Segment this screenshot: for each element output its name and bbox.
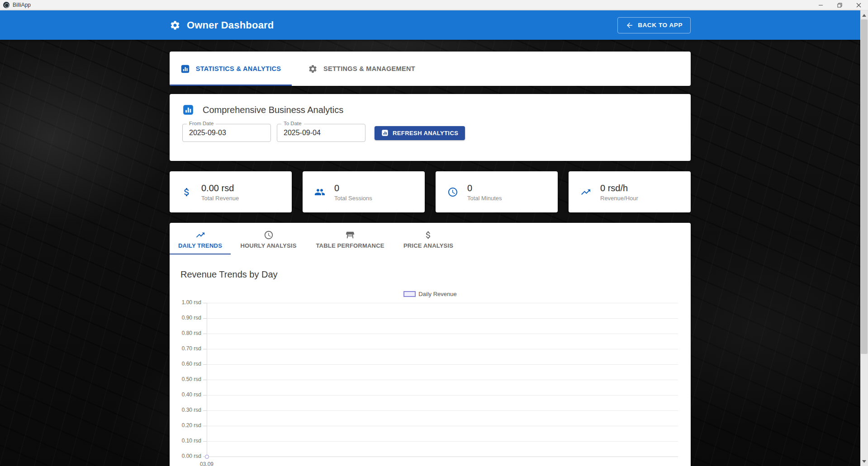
stat-label: Total Sessions bbox=[334, 195, 372, 202]
os-titlebar: BilliApp bbox=[0, 0, 868, 10]
from-date-label: From Date bbox=[187, 121, 216, 126]
data-point bbox=[205, 455, 209, 459]
legend-label: Daily Revenue bbox=[418, 291, 457, 297]
chart-tabs: DAILY TRENDS HOURLY ANALYSIS TABLE PERFO… bbox=[170, 223, 691, 254]
dollar-icon bbox=[423, 230, 433, 240]
y-tick bbox=[203, 334, 207, 334]
to-date-input[interactable] bbox=[277, 124, 365, 142]
tab-hourly-analysis[interactable]: HOURLY ANALYSIS bbox=[231, 223, 306, 254]
y-axis-label: 0.40 rsd bbox=[170, 391, 201, 398]
y-axis-label: 0.90 rsd bbox=[170, 315, 201, 321]
to-date-field: To Date bbox=[277, 124, 365, 142]
trending-up-icon bbox=[195, 230, 205, 240]
y-tick bbox=[203, 457, 207, 457]
stat-value: 0 bbox=[467, 183, 502, 194]
y-axis-label: 0.00 rsd bbox=[170, 453, 201, 459]
minimize-button[interactable] bbox=[811, 0, 830, 10]
analytics-card: Comprehensive Business Analytics From Da… bbox=[170, 94, 691, 161]
y-tick bbox=[203, 364, 207, 365]
tab-settings-management[interactable]: SETTINGS & MANAGEMENT bbox=[292, 52, 432, 86]
gridline bbox=[207, 303, 678, 303]
people-icon bbox=[314, 187, 325, 198]
y-tick bbox=[203, 318, 207, 319]
stats-row: 0.00 rsd Total Revenue 0 Total Sessions … bbox=[170, 171, 691, 212]
gridline bbox=[207, 364, 678, 365]
clock-icon bbox=[264, 230, 274, 240]
active-tab-indicator bbox=[170, 254, 231, 254]
y-tick bbox=[203, 410, 207, 411]
stat-label: Total Revenue bbox=[201, 195, 239, 202]
analytics-icon bbox=[182, 104, 194, 116]
tab-table-performance[interactable]: TABLE PERFORMANCE bbox=[306, 223, 394, 254]
trending-up-icon bbox=[580, 187, 591, 198]
x-axis-label: 03.09 bbox=[193, 461, 220, 466]
gridline bbox=[207, 426, 678, 426]
tab-label: SETTINGS & MANAGEMENT bbox=[323, 65, 415, 72]
y-axis-line bbox=[207, 303, 207, 459]
gear-icon bbox=[308, 64, 318, 74]
stat-card-total-minutes: 0 Total Minutes bbox=[436, 171, 558, 212]
stat-value: 0 bbox=[334, 183, 372, 194]
chart-title: Revenue Trends by Day bbox=[180, 269, 691, 280]
gridline bbox=[207, 410, 678, 411]
app-window: BilliApp Owner Dashboard BACK TO APP bbox=[0, 0, 868, 466]
y-axis-label: 0.70 rsd bbox=[170, 345, 201, 352]
gridline bbox=[207, 349, 678, 349]
y-axis-label: 1.00 rsd bbox=[170, 299, 201, 306]
tab-label: TABLE PERFORMANCE bbox=[316, 242, 384, 249]
from-date-input[interactable] bbox=[182, 124, 271, 142]
y-axis-label: 0.20 rsd bbox=[170, 422, 201, 428]
scrollbar-track[interactable] bbox=[860, 10, 868, 466]
gridline bbox=[207, 441, 678, 442]
analytics-title: Comprehensive Business Analytics bbox=[203, 105, 343, 115]
close-button[interactable] bbox=[849, 0, 868, 10]
active-tab-indicator bbox=[170, 85, 292, 86]
back-to-app-button[interactable]: BACK TO APP bbox=[617, 17, 691, 33]
refresh-analytics-label: REFRESH ANALYTICS bbox=[393, 130, 458, 137]
settings-icon bbox=[170, 20, 180, 31]
tab-label: PRICE ANALYSIS bbox=[403, 242, 453, 249]
dollar-icon bbox=[181, 187, 192, 198]
y-tick bbox=[203, 303, 207, 303]
y-axis-label: 0.30 rsd bbox=[170, 407, 201, 413]
y-tick bbox=[203, 380, 207, 380]
back-to-app-label: BACK TO APP bbox=[638, 22, 683, 28]
legend-swatch bbox=[403, 291, 416, 297]
chart-card: DAILY TRENDS HOURLY ANALYSIS TABLE PERFO… bbox=[170, 223, 691, 466]
stat-card-total-sessions: 0 Total Sessions bbox=[303, 171, 425, 212]
main-tabs: STATISTICS & ANALYTICS SETTINGS & MANAGE… bbox=[170, 52, 691, 86]
gridline bbox=[207, 395, 678, 395]
tab-statistics-analytics[interactable]: STATISTICS & ANALYTICS bbox=[170, 52, 292, 86]
scrollbar-thumb[interactable] bbox=[861, 19, 868, 354]
from-date-field: From Date bbox=[182, 124, 271, 142]
y-axis-label: 0.10 rsd bbox=[170, 438, 201, 444]
y-tick bbox=[203, 441, 207, 442]
gridline bbox=[207, 380, 678, 380]
maximize-button[interactable] bbox=[830, 0, 849, 10]
scroll-up-button[interactable] bbox=[860, 11, 868, 19]
gridline bbox=[207, 334, 678, 334]
tab-label: STATISTICS & ANALYTICS bbox=[196, 65, 281, 72]
bar-chart-icon bbox=[381, 129, 389, 137]
y-tick bbox=[203, 349, 207, 349]
tab-price-analysis[interactable]: PRICE ANALYSIS bbox=[394, 223, 463, 254]
window-title: BilliApp bbox=[13, 2, 31, 8]
chart-plot: 1.00 rsd0.90 rsd0.80 rsd0.70 rsd0.60 rsd… bbox=[170, 223, 691, 466]
y-axis-label: 0.80 rsd bbox=[170, 330, 201, 336]
stat-value: 0 rsd/h bbox=[600, 183, 638, 194]
bar-chart-icon bbox=[180, 64, 190, 74]
y-axis-label: 0.60 rsd bbox=[170, 361, 201, 367]
tab-daily-trends[interactable]: DAILY TRENDS bbox=[170, 223, 231, 254]
gridline bbox=[207, 318, 678, 319]
chart-legend: Daily Revenue bbox=[170, 291, 691, 297]
clock-icon bbox=[447, 187, 458, 198]
y-tick bbox=[203, 426, 207, 426]
stat-value: 0.00 rsd bbox=[201, 183, 239, 194]
tab-label: DAILY TRENDS bbox=[178, 242, 222, 249]
stat-label: Revenue/Hour bbox=[600, 195, 638, 202]
stat-label: Total Minutes bbox=[467, 195, 502, 202]
refresh-analytics-button[interactable]: REFRESH ANALYTICS bbox=[375, 126, 465, 140]
y-tick bbox=[203, 395, 207, 395]
scroll-down-button[interactable] bbox=[860, 457, 868, 465]
appbar: Owner Dashboard BACK TO APP bbox=[0, 10, 860, 40]
